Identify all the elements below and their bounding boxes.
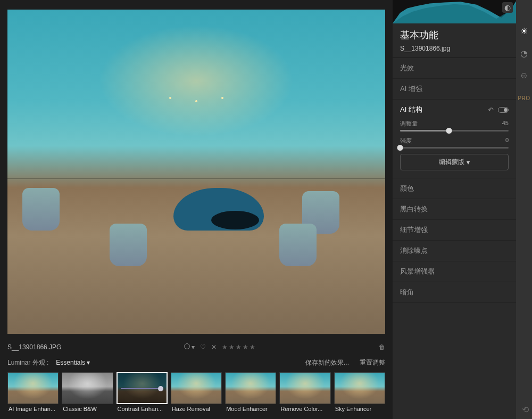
look-thumb[interactable]: Contrast Enhan... bbox=[117, 372, 168, 414]
ai-structure-label[interactable]: AI 结构 bbox=[400, 105, 422, 114]
pro-tab-icon[interactable]: PRO bbox=[519, 93, 529, 103]
edit-mask-button[interactable]: 编辑蒙版 ▾ bbox=[400, 154, 509, 170]
look-thumb[interactable]: AI Image Enhan... bbox=[7, 372, 59, 414]
look-thumb-label: AI Image Enhan... bbox=[7, 404, 59, 414]
current-filename: S__13901866.JPG bbox=[7, 343, 61, 351]
looks-filmstrip: AI Image Enhan...Classic B&WContrast Enh… bbox=[0, 370, 393, 419]
look-thumb[interactable]: Mood Enhancer bbox=[225, 372, 276, 414]
undo-icon[interactable]: ↶ bbox=[488, 106, 494, 114]
look-thumb[interactable]: Sky Enhancer bbox=[334, 372, 385, 414]
panel-title: 基本功能 bbox=[393, 23, 516, 45]
section-light[interactable]: 光效 bbox=[393, 58, 516, 79]
amount-value: 45 bbox=[502, 120, 509, 128]
section-ai-enhance[interactable]: AI 增强 bbox=[393, 79, 516, 100]
look-thumb[interactable]: Classic B&W bbox=[62, 372, 113, 414]
chevron-down-icon: ▾ bbox=[467, 159, 470, 166]
preview-image bbox=[7, 10, 385, 334]
boost-label: 强度 bbox=[400, 137, 412, 145]
reset-adjustments-button[interactable]: 重置调整 bbox=[360, 358, 385, 367]
section-vignette[interactable]: 暗角 bbox=[393, 282, 516, 303]
delete-icon[interactable]: 🗑 bbox=[379, 343, 385, 351]
compare-icon[interactable]: ▾ bbox=[184, 343, 195, 351]
section-toggle[interactable] bbox=[498, 107, 509, 113]
histogram[interactable]: ◐ bbox=[393, 0, 516, 23]
panel-filename: S__13901866.jpg bbox=[393, 45, 516, 58]
section-denoise[interactable]: 消除噪点 bbox=[393, 241, 516, 261]
section-detail[interactable]: 细节增强 bbox=[393, 220, 516, 241]
look-thumb[interactable]: Remove Color... bbox=[279, 372, 330, 414]
look-thumb-label: Mood Enhancer bbox=[225, 404, 276, 414]
look-thumb-label: Contrast Enhan... bbox=[117, 404, 168, 414]
section-ai-structure: AI 结构 ↶ 调整量 45 强度 0 bbox=[393, 100, 516, 178]
rating-stars[interactable]: ★★★★★ bbox=[222, 343, 256, 351]
section-landscape[interactable]: 风景增强器 bbox=[393, 261, 516, 282]
looks-prefix: Luminar 外观 : bbox=[7, 358, 48, 367]
reject-icon[interactable]: ✕ bbox=[211, 343, 217, 351]
canvas-area[interactable] bbox=[0, 0, 393, 339]
favorite-icon[interactable]: ♡ bbox=[200, 343, 206, 351]
look-thumb-label: Sky Enhancer bbox=[334, 404, 385, 414]
boost-value: 0 bbox=[505, 137, 509, 145]
save-look-button[interactable]: 保存新的效果... bbox=[305, 358, 349, 367]
look-thumb-label: Haze Removal bbox=[171, 404, 222, 414]
looks-category[interactable]: Essentials ▾ bbox=[56, 359, 90, 366]
look-thumb[interactable]: Haze Removal bbox=[171, 372, 222, 414]
boost-slider[interactable] bbox=[400, 147, 509, 149]
chevron-down-icon: ▾ bbox=[87, 359, 90, 366]
amount-slider[interactable] bbox=[400, 130, 509, 132]
section-color[interactable]: 颜色 bbox=[393, 178, 516, 199]
creative-tab-icon[interactable]: ◔ bbox=[519, 48, 529, 59]
section-bw[interactable]: 黑白转换 bbox=[393, 199, 516, 220]
essentials-tab-icon[interactable]: ☀ bbox=[519, 26, 529, 36]
look-thumb-label: Remove Color... bbox=[279, 404, 330, 414]
histogram-toggle-icon[interactable]: ◐ bbox=[502, 2, 513, 13]
history-icon[interactable]: ⟲ bbox=[522, 405, 529, 415]
look-thumb-label: Classic B&W bbox=[62, 404, 113, 414]
portrait-tab-icon[interactable]: ☺ bbox=[519, 70, 529, 81]
amount-label: 调整量 bbox=[400, 120, 418, 128]
